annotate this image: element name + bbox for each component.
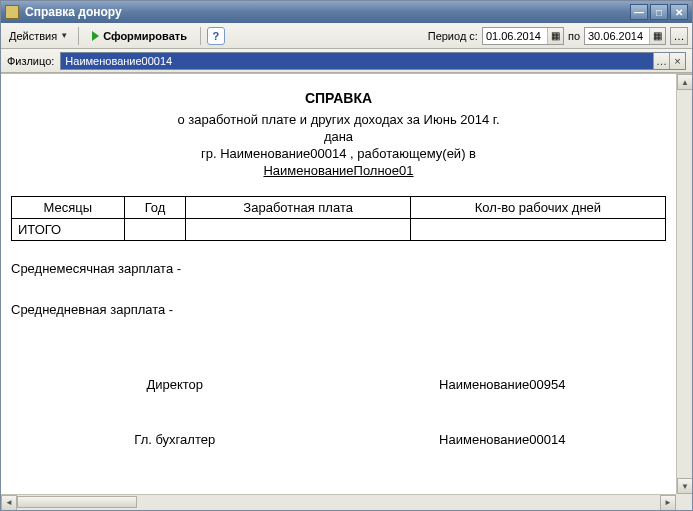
signature-director: Директор Наименование00954: [11, 377, 666, 392]
doc-org: НаименованиеПолное01: [11, 163, 666, 178]
scroll-down-icon[interactable]: ▼: [677, 478, 692, 494]
sig-name: Наименование00014: [339, 432, 667, 447]
date-from-input[interactable]: [483, 29, 547, 43]
sig-role: Гл. бухгалтер: [11, 432, 339, 447]
actions-label: Действия: [9, 30, 57, 42]
total-label: ИТОГО: [12, 219, 125, 241]
signature-accountant: Гл. бухгалтер Наименование00014: [11, 432, 666, 447]
date-to-field[interactable]: ▦: [584, 27, 666, 45]
col-days: Кол-во рабочих дней: [410, 197, 665, 219]
total-year: [124, 219, 186, 241]
scroll-right-icon[interactable]: ►: [660, 495, 676, 511]
person-value: Наименование00014: [61, 54, 653, 68]
person-label: Физлицо:: [7, 55, 54, 67]
sig-role: Директор: [11, 377, 339, 392]
period-to-label: по: [568, 30, 580, 42]
col-salary: Заработная плата: [186, 197, 410, 219]
filter-bar: Физлицо: Наименование00014 … ×: [1, 49, 692, 73]
sig-name: Наименование00954: [339, 377, 667, 392]
toolbar: Действия ▼ Сформировать ? Период с: ▦ по…: [1, 23, 692, 49]
select-button[interactable]: …: [653, 53, 669, 69]
scroll-track[interactable]: [17, 495, 660, 510]
salary-table: Месяцы Год Заработная плата Кол-во рабоч…: [11, 196, 666, 241]
report-document: СПРАВКА о заработной плате и других дохо…: [11, 90, 666, 447]
help-button[interactable]: ?: [207, 27, 225, 45]
actions-menu[interactable]: Действия ▼: [5, 28, 72, 44]
window-title: Справка донору: [25, 5, 628, 19]
col-year: Год: [124, 197, 186, 219]
avg-day-line: Среднедневная зарплата -: [11, 302, 666, 317]
col-months: Месяцы: [12, 197, 125, 219]
separator: [200, 27, 201, 45]
separator: [78, 27, 79, 45]
table-header-row: Месяцы Год Заработная плата Кол-во рабоч…: [12, 197, 666, 219]
close-button[interactable]: ✕: [670, 4, 688, 20]
titlebar: Справка донору — □ ✕: [1, 1, 692, 23]
scroll-thumb[interactable]: [17, 496, 137, 508]
run-label: Сформировать: [103, 30, 187, 42]
clear-button[interactable]: ×: [669, 53, 685, 69]
app-icon: [5, 5, 19, 19]
horizontal-scrollbar[interactable]: ◄ ►: [1, 494, 676, 510]
document-viewport: СПРАВКА о заработной плате и других дохо…: [1, 74, 676, 494]
date-to-input[interactable]: [585, 29, 649, 43]
app-window: Справка донору — □ ✕ Действия ▼ Сформиро…: [0, 0, 693, 511]
total-salary: [186, 219, 410, 241]
period-label: Период с:: [428, 30, 478, 42]
period-select-button[interactable]: …: [670, 27, 688, 45]
play-icon: [92, 31, 99, 41]
total-days: [410, 219, 665, 241]
vertical-scrollbar[interactable]: ▲ ▼: [676, 74, 692, 494]
maximize-button[interactable]: □: [650, 4, 668, 20]
calendar-icon[interactable]: ▦: [649, 28, 665, 44]
avg-month-line: Среднемесячная зарплата -: [11, 261, 666, 276]
calendar-icon[interactable]: ▦: [547, 28, 563, 44]
person-field[interactable]: Наименование00014 … ×: [60, 52, 686, 70]
chevron-down-icon: ▼: [60, 31, 68, 40]
minimize-button[interactable]: —: [630, 4, 648, 20]
date-from-field[interactable]: ▦: [482, 27, 564, 45]
document-area: СПРАВКА о заработной плате и других дохо…: [1, 73, 692, 510]
period-controls: Период с: ▦ по ▦ …: [428, 27, 688, 45]
doc-title: СПРАВКА: [11, 90, 666, 106]
scroll-corner: [676, 494, 692, 510]
run-button[interactable]: Сформировать: [85, 27, 194, 45]
scroll-up-icon[interactable]: ▲: [677, 74, 692, 90]
table-total-row: ИТОГО: [12, 219, 666, 241]
doc-subtitle: о заработной плате и других доходах за И…: [11, 112, 666, 127]
scroll-left-icon[interactable]: ◄: [1, 495, 17, 511]
doc-to-line: гр. Наименование00014 , работающему(ей) …: [11, 146, 666, 161]
doc-given: дана: [11, 129, 666, 144]
